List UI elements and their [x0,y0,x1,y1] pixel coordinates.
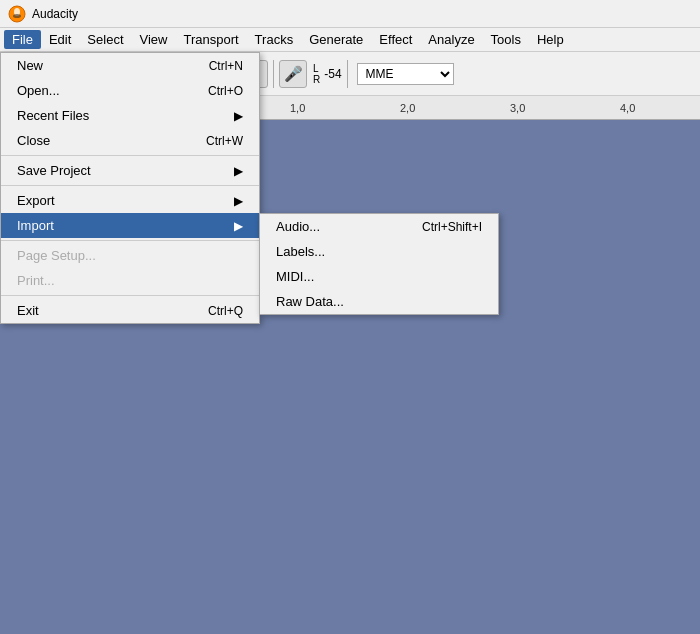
audio-host-select[interactable]: MME DirectSound WASAPI [357,63,454,85]
ruler-mark-2: 2,0 [400,102,415,114]
menu-bar: File Edit Select View Transport Tracks G… [0,28,700,52]
menu-item-exit[interactable]: Exit Ctrl+Q [1,298,259,323]
menu-item-open[interactable]: Open... Ctrl+O [1,78,259,103]
menu-select[interactable]: Select [79,30,131,49]
submenu-item-midi[interactable]: MIDI... [260,264,498,289]
menu-effect[interactable]: Effect [371,30,420,49]
level-display: L R [313,63,320,85]
menu-item-export[interactable]: Export ▶ [1,188,259,213]
submenu-item-audio[interactable]: Audio... Ctrl+Shift+I [260,214,498,239]
menu-item-import[interactable]: Import ▶ [1,213,259,238]
ruler-mark-4: 4,0 [620,102,635,114]
toolbar-divider-4 [347,60,348,88]
ruler-mark-1: 1,0 [290,102,305,114]
level-value: -54 [324,67,341,81]
menu-item-close[interactable]: Close Ctrl+W [1,128,259,153]
menu-tracks[interactable]: Tracks [247,30,302,49]
svg-point-2 [13,14,21,18]
menu-item-new[interactable]: New Ctrl+N [1,53,259,78]
menu-generate[interactable]: Generate [301,30,371,49]
menu-analyze[interactable]: Analyze [420,30,482,49]
menu-tools[interactable]: Tools [483,30,529,49]
menu-file[interactable]: File [4,30,41,49]
toolbar-divider-3 [273,60,274,88]
submenu-item-labels[interactable]: Labels... [260,239,498,264]
menu-item-print: Print... [1,268,259,293]
menu-item-recent[interactable]: Recent Files ▶ [1,103,259,128]
menu-separator-4 [1,295,259,296]
app-title: Audacity [32,7,78,21]
app-logo [8,5,26,23]
file-menu-dropdown: New Ctrl+N Open... Ctrl+O Recent Files ▶… [0,52,260,324]
submenu-item-rawdata[interactable]: Raw Data... [260,289,498,314]
title-bar: Audacity [0,0,700,28]
mic-icon: 🎤 [279,60,307,88]
import-submenu: Audio... Ctrl+Shift+I Labels... MIDI... … [259,213,499,315]
menu-edit[interactable]: Edit [41,30,79,49]
menu-separator-1 [1,155,259,156]
menu-item-saveproject[interactable]: Save Project ▶ [1,158,259,183]
menu-view[interactable]: View [132,30,176,49]
menu-item-pagesetup: Page Setup... [1,243,259,268]
menu-transport[interactable]: Transport [175,30,246,49]
menu-separator-2 [1,185,259,186]
menu-help[interactable]: Help [529,30,572,49]
ruler-mark-3: 3,0 [510,102,525,114]
menu-separator-3 [1,240,259,241]
